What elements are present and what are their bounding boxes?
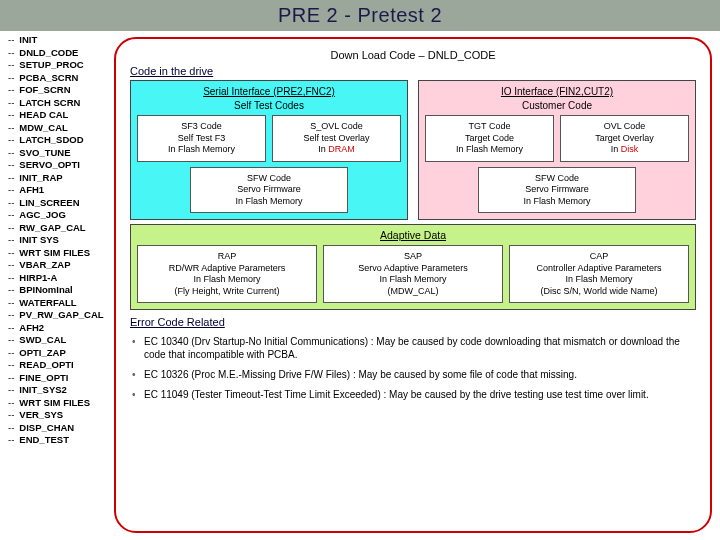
error-item: EC 10326 (Proc M.E.-Missing Drive F/W Fi… — [130, 368, 696, 381]
serial-group: Serial Interface (PRE2,FNC2) Self Test C… — [130, 80, 408, 220]
adaptive-header: Adaptive Data — [137, 229, 689, 241]
sidebar-item: --LATCH SCRN — [8, 97, 114, 110]
adaptive-group: Adaptive Data RAPRD/WR Adaptive Paramete… — [130, 224, 696, 310]
sf3-card: SF3 CodeSelf Test F3In Flash Memory — [137, 115, 266, 162]
serial-sub: Self Test Codes — [137, 100, 401, 111]
headline: Down Load Code – DNLD_CODE — [130, 49, 696, 61]
sidebar-item: --MDW_CAL — [8, 122, 114, 135]
main: Down Load Code – DNLD_CODE Code in the d… — [114, 31, 720, 539]
sidebar-item: --BPINomInal — [8, 284, 114, 297]
cap-card: CAPController Adaptive ParametersIn Flas… — [509, 245, 689, 303]
sidebar-item: --WRT SIM FILES — [8, 397, 114, 410]
sidebar-item: --SERVO_OPTI — [8, 159, 114, 172]
error-list: EC 10340 (Drv Startup-No Initial Communi… — [130, 335, 696, 401]
io-sub: Customer Code — [425, 100, 689, 111]
sidebar-item: --SVO_TUNE — [8, 147, 114, 160]
io-group: IO Interface (FIN2,CUT2) Customer Code T… — [418, 80, 696, 220]
sidebar-item: --WATERFALL — [8, 297, 114, 310]
sidebar-item: --READ_OPTI — [8, 359, 114, 372]
layout: --INIT--DNLD_CODE--SETUP_PROC--PCBA_SCRN… — [0, 31, 720, 539]
sidebar-item: --WRT SIM FILES — [8, 247, 114, 260]
page-title: PRE 2 - Pretest 2 — [0, 0, 720, 31]
serial-header: Serial Interface (PRE2,FNC2) — [137, 86, 401, 97]
panel: Down Load Code – DNLD_CODE Code in the d… — [114, 37, 712, 533]
error-code-label: Error Code Related — [130, 316, 225, 328]
sidebar: --INIT--DNLD_CODE--SETUP_PROC--PCBA_SCRN… — [0, 31, 114, 539]
sidebar-item: --HIRP1-A — [8, 272, 114, 285]
error-item: EC 11049 (Tester Timeout-Test Time Limit… — [130, 388, 696, 401]
sidebar-item: --LATCH_SDOD — [8, 134, 114, 147]
sidebar-item: --INIT_SYS2 — [8, 384, 114, 397]
sidebar-item: --SWD_CAL — [8, 334, 114, 347]
sidebar-item: --AGC_JOG — [8, 209, 114, 222]
sidebar-item: --SETUP_PROC — [8, 59, 114, 72]
sidebar-item: --PV_RW_GAP_CAL — [8, 309, 114, 322]
sidebar-item: --AFH2 — [8, 322, 114, 335]
sidebar-item: --INIT SYS — [8, 234, 114, 247]
sidebar-item: --OPTI_ZAP — [8, 347, 114, 360]
io-header: IO Interface (FIN2,CUT2) — [425, 86, 689, 97]
tgt-card: TGT CodeTarget CodeIn Flash Memory — [425, 115, 554, 162]
sidebar-item: --FINE_OPTI — [8, 372, 114, 385]
sidebar-item: --FOF_SCRN — [8, 84, 114, 97]
sap-card: SAPServo Adaptive ParametersIn Flash Mem… — [323, 245, 503, 303]
code-in-drive-label: Code in the drive — [130, 65, 213, 77]
ovl-card: OVL CodeTarget Overlay In Disk — [560, 115, 689, 162]
sidebar-item: --VBAR_ZAP — [8, 259, 114, 272]
sidebar-item: --HEAD CAL — [8, 109, 114, 122]
serial-sfw-card: SFW CodeServo FirmwareIn Flash Memory — [190, 167, 348, 214]
sidebar-item: --LIN_SCREEN — [8, 197, 114, 210]
sidebar-item: --RW_GAP_CAL — [8, 222, 114, 235]
sidebar-item: --PCBA_SCRN — [8, 72, 114, 85]
sidebar-item: --DISP_CHAN — [8, 422, 114, 435]
sidebar-item: --INIT — [8, 34, 114, 47]
sidebar-item: --AFH1 — [8, 184, 114, 197]
sidebar-item: --VER_SYS — [8, 409, 114, 422]
sidebar-item: --END_TEST — [8, 434, 114, 447]
sidebar-item: --INIT_RAP — [8, 172, 114, 185]
sovl-card: S_OVL CodeSelf test Overlay In DRAM — [272, 115, 401, 162]
sidebar-item: --DNLD_CODE — [8, 47, 114, 60]
codes-row: Serial Interface (PRE2,FNC2) Self Test C… — [130, 80, 696, 220]
rap-card: RAPRD/WR Adaptive ParametersIn Flash Mem… — [137, 245, 317, 303]
error-item: EC 10340 (Drv Startup-No Initial Communi… — [130, 335, 696, 361]
io-sfw-card: SFW CodeServo FirmwareIn Flash Memory — [478, 167, 636, 214]
